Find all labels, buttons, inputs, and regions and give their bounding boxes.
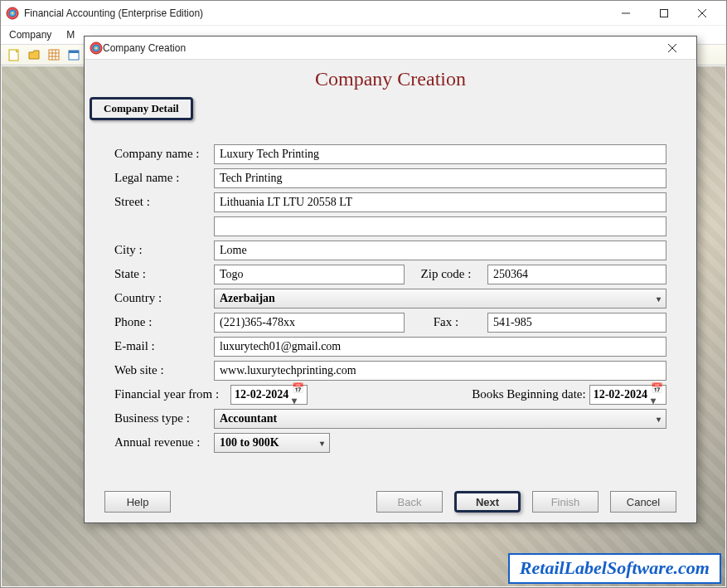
label-fax: Fax : <box>405 315 487 329</box>
menu-company[interactable]: Company <box>9 29 51 41</box>
main-titlebar: Financial Accounting (Enterprise Edition… <box>1 1 726 26</box>
email-input[interactable] <box>214 337 666 357</box>
label-company-name: Company name : <box>114 147 214 161</box>
label-legal-name: Legal name : <box>114 171 214 185</box>
label-zip: Zip code : <box>405 267 487 281</box>
label-annual-revenue: Annual revenue : <box>114 435 214 450</box>
next-button[interactable]: Next <box>454 491 521 513</box>
country-select[interactable]: Azerbaijan ▾ <box>214 289 666 309</box>
section-company-detail: Company Detail <box>90 97 193 120</box>
menu-m[interactable]: M <box>66 29 75 41</box>
dialog-title: Company Creation <box>103 42 653 54</box>
svg-rect-4 <box>661 9 668 17</box>
label-city: City : <box>114 243 214 257</box>
svg-point-2 <box>12 12 14 14</box>
svg-point-19 <box>95 46 98 49</box>
dialog-close-button[interactable] <box>653 36 691 60</box>
toolbar-calendar-icon[interactable] <box>65 46 82 63</box>
books-begin-datepicker[interactable]: 12-02-2024 📅▾ <box>589 385 666 405</box>
annual-revenue-select[interactable]: 100 to 900K ▾ <box>214 433 330 453</box>
fax-input[interactable] <box>487 313 666 333</box>
finish-button[interactable]: Finish <box>532 491 599 513</box>
label-website: Web site : <box>114 363 214 377</box>
books-begin-value: 12-02-2024 <box>594 388 647 401</box>
dialog-titlebar: Company Creation <box>85 36 696 60</box>
dialog-button-bar: Help Back Next Finish Cancel <box>85 491 696 513</box>
svg-rect-14 <box>69 51 79 53</box>
website-input[interactable] <box>214 361 666 381</box>
street-input[interactable] <box>214 192 666 212</box>
svg-rect-8 <box>49 50 59 60</box>
label-fin-year: Financial year from : <box>114 387 230 401</box>
dialog-icon <box>90 41 103 55</box>
cancel-button[interactable]: Cancel <box>610 491 676 513</box>
dialog-heading: Company Creation <box>85 60 696 97</box>
main-window: Financial Accounting (Enterprise Edition… <box>0 0 727 588</box>
state-input[interactable] <box>214 265 405 284</box>
chevron-down-icon: ▾ <box>657 414 661 423</box>
label-street: Street : <box>114 195 214 209</box>
toolbar-open-icon[interactable] <box>26 46 42 63</box>
help-button[interactable]: Help <box>104 491 171 513</box>
zip-input[interactable] <box>487 265 666 284</box>
phone-input[interactable] <box>214 313 405 333</box>
toolbar-new-icon[interactable] <box>6 46 22 63</box>
toolbar-grid-icon[interactable] <box>46 46 62 63</box>
close-button[interactable] <box>683 1 721 26</box>
legal-name-input[interactable] <box>214 168 666 188</box>
back-button[interactable]: Back <box>376 491 443 513</box>
main-window-title: Financial Accounting (Enterprise Edition… <box>24 7 607 19</box>
app-icon <box>6 7 19 20</box>
fin-year-value: 12-02-2024 <box>235 388 288 401</box>
country-select-value: Azerbaijan <box>220 292 275 305</box>
city-input[interactable] <box>214 241 666 260</box>
company-creation-dialog: Company Creation Company Creation Compan… <box>84 36 697 523</box>
label-phone: Phone : <box>114 315 214 329</box>
label-state: State : <box>114 267 214 281</box>
business-type-select[interactable]: Accountant ▾ <box>214 409 666 429</box>
watermark: RetailLabelSoftware.com <box>508 553 721 584</box>
street2-input[interactable] <box>214 216 666 236</box>
business-type-value: Accountant <box>220 412 277 425</box>
label-country: Country : <box>114 291 214 305</box>
minimize-button[interactable] <box>607 1 645 26</box>
annual-revenue-value: 100 to 900K <box>220 436 279 450</box>
label-email: E-mail : <box>114 339 214 353</box>
label-business-type: Business type : <box>114 411 214 425</box>
company-name-input[interactable] <box>214 144 666 164</box>
calendar-icon: 📅▾ <box>292 382 303 407</box>
chevron-down-icon: ▾ <box>320 438 324 447</box>
company-form: Company name : Legal name : Street : Cit… <box>85 120 696 454</box>
chevron-down-icon: ▾ <box>657 294 661 303</box>
fin-year-datepicker[interactable]: 12-02-2024 📅▾ <box>230 385 308 405</box>
label-books-begin: Books Beginning date: <box>472 387 586 401</box>
maximize-button[interactable] <box>645 1 683 26</box>
calendar-icon: 📅▾ <box>651 382 662 407</box>
